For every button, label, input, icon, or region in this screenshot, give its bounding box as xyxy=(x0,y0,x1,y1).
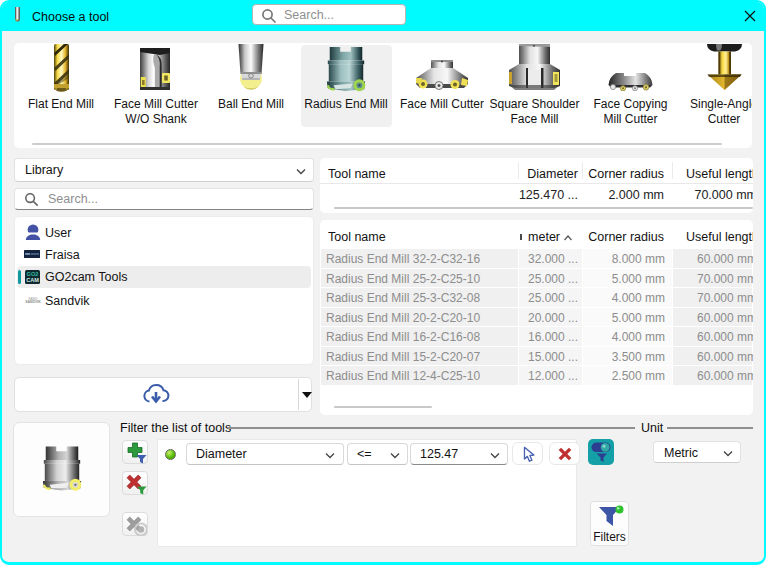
svg-text:CAM: CAM xyxy=(26,277,39,283)
svg-text:SANDVIK: SANDVIK xyxy=(25,300,41,304)
